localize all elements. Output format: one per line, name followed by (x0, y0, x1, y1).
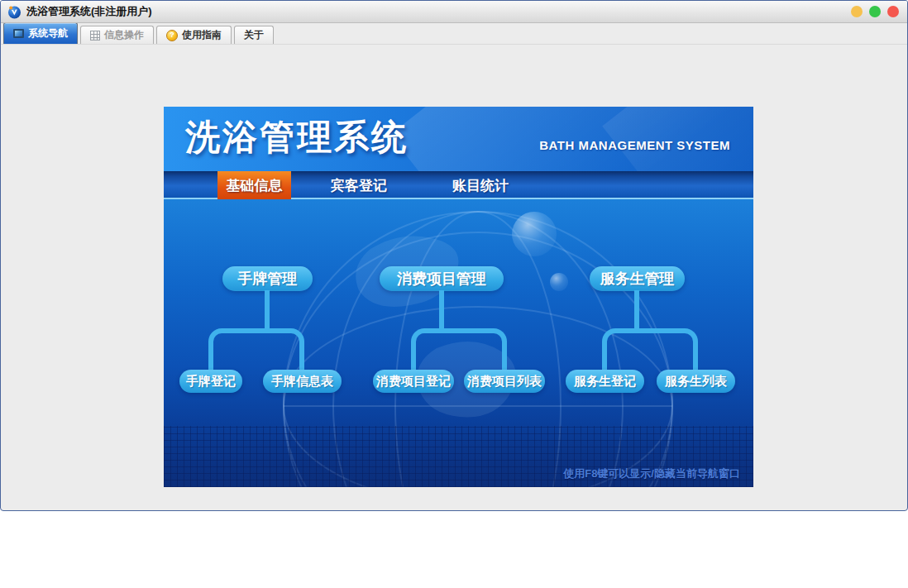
tree-node-hand-tag-management[interactable]: 手牌管理 (222, 266, 313, 291)
connector-bracket (411, 328, 507, 373)
water-droplet (512, 212, 557, 256)
nav-item-account-statistics[interactable]: 账目统计 (442, 171, 519, 199)
tab-info-operations[interactable]: 信息操作 (80, 26, 154, 44)
connector-stem (439, 290, 444, 330)
tab-label: 使用指南 (182, 28, 222, 42)
app-icon (7, 5, 22, 19)
window-controls (851, 6, 899, 17)
connector-bracket (208, 328, 304, 373)
tab-system-navigation[interactable]: 系统导航 (3, 22, 78, 44)
maximize-button[interactable] (869, 6, 881, 17)
grid-icon (90, 31, 100, 41)
panel-nav-bar: 基础信息 宾客登记 账目统计 (164, 171, 753, 199)
f8-hint-text: 使用F8键可以显示/隐藏当前导航窗口 (563, 466, 740, 481)
nav-item-basic-info[interactable]: 基础信息 (217, 171, 291, 199)
main-tab-strip: 系统导航 信息操作 ? 使用指南 关于 (1, 23, 907, 45)
navigation-panel: 洗浴管理系统 BATH MANAGEMENT SYSTEM 基础信息 宾客登记 … (164, 107, 753, 489)
tree-node-consume-item-management[interactable]: 消费项目管理 (380, 266, 504, 291)
tree-node-waiter-register[interactable]: 服务生登记 (566, 370, 644, 393)
tab-about[interactable]: 关于 (234, 26, 274, 44)
tab-user-guide[interactable]: ? 使用指南 (156, 26, 232, 44)
title-bar[interactable]: 洗浴管理系统(非注册用户) (1, 1, 907, 23)
connector-bracket (602, 328, 698, 373)
close-button[interactable] (887, 6, 899, 17)
tree-node-waiter-management[interactable]: 服务生管理 (590, 266, 685, 291)
water-droplet (550, 273, 568, 291)
help-coin-icon: ? (166, 30, 178, 41)
connector-stem (265, 290, 270, 330)
tab-label: 信息操作 (104, 28, 144, 42)
tree-node-waiter-list[interactable]: 服务生列表 (657, 370, 735, 393)
tree-node-hand-tag-register[interactable]: 手牌登记 (179, 370, 242, 393)
navigation-tree: 手牌管理 手牌登记 手牌信息表 消费项目管理 消费项目登记 消费项目列表 服务生… (164, 199, 753, 487)
app-window: 洗浴管理系统(非注册用户) 系统导航 信息操作 ? 使用指南 关于 洗浴管理系 (0, 0, 908, 511)
connector-stem (634, 290, 639, 330)
panel-subtitle: BATH MANAGEMENT SYSTEM (539, 138, 730, 152)
tab-label: 系统导航 (28, 26, 68, 41)
monitor-icon (13, 29, 24, 38)
panel-title: 洗浴管理系统 (185, 114, 409, 160)
tree-node-consume-item-register[interactable]: 消费项目登记 (373, 370, 454, 393)
minimize-button[interactable] (851, 6, 863, 17)
window-title: 洗浴管理系统(非注册用户) (26, 4, 152, 19)
tree-node-consume-item-list[interactable]: 消费项目列表 (464, 370, 545, 393)
nav-item-guest-registration[interactable]: 宾客登记 (321, 171, 397, 199)
tab-label: 关于 (244, 28, 264, 42)
tree-node-hand-tag-info-table[interactable]: 手牌信息表 (263, 370, 342, 393)
panel-banner: 洗浴管理系统 BATH MANAGEMENT SYSTEM (164, 107, 753, 171)
